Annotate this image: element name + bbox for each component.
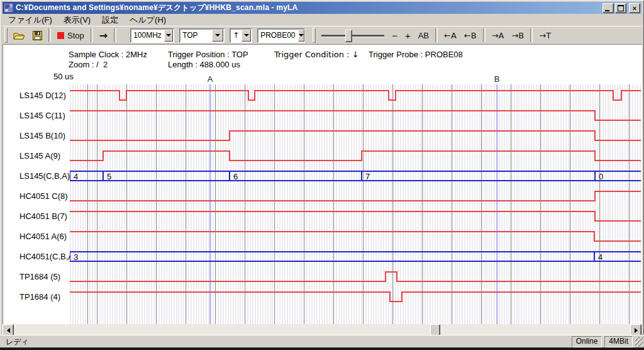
- channel-label: HC4051 B(7): [19, 211, 67, 222]
- zoom-out-button[interactable]: −: [388, 27, 401, 43]
- svg-text:4: 4: [74, 172, 78, 181]
- goto-a-fwd-button[interactable]: →A: [488, 27, 508, 43]
- trigger-position-info: Trigger Position : TOP: [168, 50, 248, 59]
- svg-text:5: 5: [107, 172, 111, 181]
- toolbar-separator: [48, 28, 51, 42]
- close-icon: ×: [633, 5, 636, 11]
- probe-select-value: PROBE00: [258, 31, 297, 40]
- minimize-icon: [605, 10, 609, 11]
- channel-label: TP1684 (5): [19, 271, 60, 283]
- window-title: C:¥Documents and Settings¥noname¥デスクトップ¥…: [16, 3, 601, 13]
- svg-text:4: 4: [598, 252, 602, 262]
- chevron-down-icon[interactable]: [298, 30, 304, 42]
- close-button[interactable]: ×: [629, 3, 640, 13]
- resize-grip[interactable]: [635, 337, 643, 347]
- sample-clock-info: Sample Clock : 2MHz: [69, 50, 147, 59]
- goto-b-fwd-button[interactable]: →B: [508, 27, 528, 43]
- goto-trigger-button[interactable]: →T: [535, 27, 555, 43]
- channel-label: LS145 B(10): [19, 130, 65, 142]
- toolbar-separator: [483, 28, 486, 42]
- toolbar-grip: [313, 28, 316, 43]
- trigger-condition-info: Trigger Condition : ↓: [274, 50, 359, 59]
- menu-view[interactable]: 表示(V): [58, 14, 96, 26]
- triangle-left-icon: [4, 328, 10, 333]
- waveform-grid[interactable]: 4567034: [70, 84, 641, 324]
- channel-label: LS145 A(9): [19, 150, 60, 162]
- zoom-slider[interactable]: [321, 28, 384, 42]
- app-icon: [4, 3, 14, 13]
- stop-icon: [57, 32, 64, 39]
- ab-range-button[interactable]: AB: [414, 27, 433, 43]
- chevron-down-icon[interactable]: [212, 30, 223, 42]
- toolbar-separator: [91, 28, 93, 42]
- toolbar: Stop → 100MHz TOP ↑ PROBE00 − + AB ←: [3, 26, 641, 45]
- menu-help[interactable]: ヘルプ(H): [124, 14, 172, 26]
- trigger-edge-select[interactable]: ↑: [230, 28, 252, 43]
- chevron-down-icon[interactable]: [242, 30, 251, 42]
- channel-label: LS145 C(11): [19, 110, 65, 121]
- minimize-button[interactable]: [602, 3, 614, 13]
- channel-label: HC4051 C(8): [19, 191, 68, 202]
- run-button[interactable]: →: [96, 27, 111, 43]
- open-folder-icon: [13, 31, 25, 40]
- svg-text:7: 7: [365, 172, 370, 181]
- screen-edge: [0, 347, 644, 350]
- status-message: レディ: [0, 337, 572, 347]
- maximize-button[interactable]: [615, 3, 626, 13]
- save-floppy-icon: [33, 31, 42, 40]
- menu-settings[interactable]: 設定: [96, 14, 124, 26]
- marker-a-label: A: [205, 74, 215, 84]
- channel-label: HC4051(C,B,A): [19, 251, 76, 262]
- channel-label: LS145 D(12): [19, 90, 66, 101]
- zoom-in-button[interactable]: +: [401, 27, 414, 43]
- title-bar: C:¥Documents and Settings¥noname¥デスクトップ¥…: [3, 2, 641, 14]
- trigger-position-value: TOP: [180, 31, 212, 40]
- toolbar-grip: [4, 28, 8, 43]
- marker-b-label: B: [492, 74, 502, 84]
- open-file-button[interactable]: [9, 27, 29, 43]
- toolbar-separator: [435, 28, 438, 42]
- stop-label: Stop: [67, 31, 84, 40]
- time-scale-label: 50 us: [53, 72, 74, 81]
- waveform-view: Sample Clock : 2MHz Trigger Position : T…: [3, 44, 642, 325]
- online-status-badge: Online: [572, 336, 602, 347]
- triangle-right-icon: [635, 328, 640, 333]
- slider-thumb[interactable]: [345, 30, 352, 42]
- horizontal-scrollbar[interactable]: [3, 324, 641, 335]
- slider-groove: [321, 35, 384, 37]
- channel-label: HC4051 A(6): [19, 231, 67, 242]
- clock-select-value: 100MHz: [131, 31, 164, 40]
- status-bar: レディ Online 4MBit: [0, 335, 644, 348]
- memory-status-badge: 4MBit: [604, 336, 633, 347]
- length-info: Length : 488.000 us: [168, 60, 240, 69]
- waveform-canvas: 4567034: [70, 84, 641, 324]
- probe-select[interactable]: PROBE00: [257, 28, 305, 43]
- svg-text:6: 6: [233, 172, 238, 181]
- goto-b-back-button[interactable]: ←B: [460, 27, 480, 43]
- channel-label: TP1684 (4): [19, 291, 60, 303]
- chevron-down-icon[interactable]: [164, 30, 173, 42]
- zoom-info: Zoom : / 2: [69, 60, 108, 69]
- svg-text:3: 3: [74, 252, 78, 262]
- save-file-button[interactable]: [29, 27, 46, 43]
- clock-select[interactable]: 100MHz: [130, 28, 174, 43]
- channel-label: LS145(C,B,A): [19, 171, 70, 182]
- app-window: C:¥Documents and Settings¥noname¥デスクトップ¥…: [0, 0, 644, 347]
- trigger-probe-info: Trigger Probe : PROBE08: [369, 50, 463, 59]
- stop-button[interactable]: Stop: [53, 27, 88, 43]
- toolbar-separator: [114, 28, 116, 42]
- goto-a-back-button[interactable]: ←A: [440, 27, 460, 43]
- maximize-icon: [618, 5, 624, 11]
- menu-file[interactable]: ファイル(F): [3, 14, 58, 26]
- trigger-edge-value: ↑: [230, 31, 242, 40]
- trigger-position-select[interactable]: TOP: [179, 28, 225, 43]
- menu-bar: ファイル(F) 表示(V) 設定 ヘルプ(H): [3, 14, 641, 26]
- toolbar-separator: [530, 28, 533, 42]
- svg-text:0: 0: [599, 172, 603, 181]
